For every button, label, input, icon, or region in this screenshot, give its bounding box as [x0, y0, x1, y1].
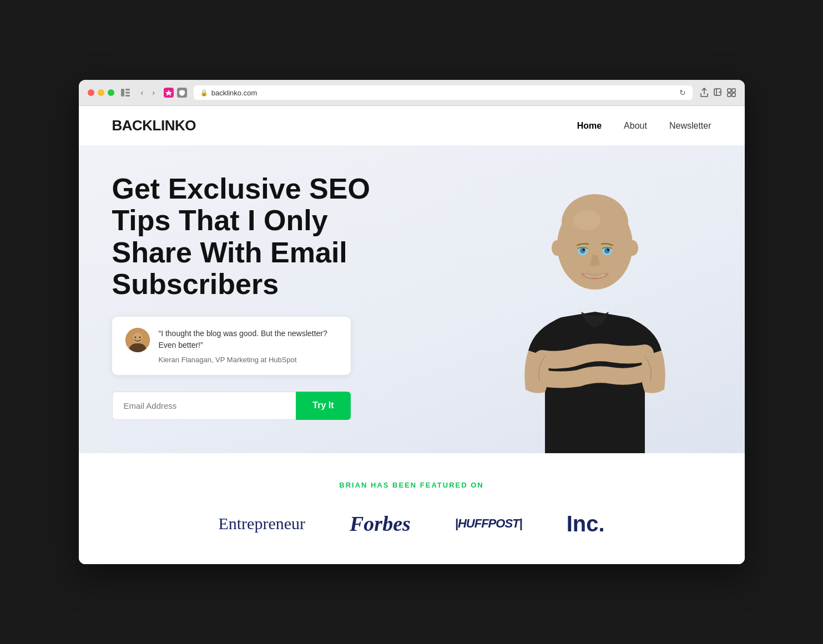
- svg-point-19: [627, 240, 638, 256]
- tab-manager-icon[interactable]: [727, 88, 736, 97]
- avatar: [125, 328, 150, 352]
- featured-label: BRIAN HAS BEEN FEATURED ON: [112, 481, 711, 489]
- svg-point-26: [587, 271, 589, 272]
- featured-section: BRIAN HAS BEEN FEATURED ON Entrepreneur …: [79, 453, 745, 564]
- testimonial-quote: “I thought the blog was good. But the ne…: [159, 328, 337, 351]
- hero-image: [478, 187, 711, 453]
- featured-logos: Entrepreneur Forbes |HUFFPOST| Inc.: [112, 511, 711, 536]
- browser-window: ‹ › 🔒 backlinko.com ↻: [79, 80, 745, 564]
- testimonial-card: “I thought the blog was good. But the ne…: [112, 317, 351, 375]
- maximize-button[interactable]: [108, 89, 114, 96]
- svg-point-27: [600, 271, 603, 272]
- svg-point-18: [552, 240, 563, 256]
- email-input[interactable]: [112, 392, 296, 420]
- reload-button[interactable]: ↻: [679, 88, 686, 97]
- svg-rect-2: [125, 92, 130, 94]
- hero-title: Get Exclusive SEO Tips That I Only Share…: [112, 173, 401, 300]
- lock-icon: 🔒: [200, 89, 208, 97]
- svg-point-25: [607, 249, 609, 251]
- nav-newsletter[interactable]: Newsletter: [669, 121, 711, 130]
- svg-point-17: [573, 210, 600, 230]
- svg-rect-0: [121, 89, 124, 97]
- nav-about[interactable]: About: [624, 121, 647, 130]
- svg-point-13: [139, 336, 140, 338]
- extension-icons: [164, 88, 187, 98]
- email-form: Try It: [112, 392, 351, 420]
- svg-rect-7: [732, 89, 735, 92]
- try-it-button[interactable]: Try It: [296, 392, 350, 420]
- traffic-lights: [88, 89, 114, 96]
- browser-left-icons: [121, 89, 130, 97]
- svg-point-12: [134, 336, 136, 338]
- nav-home[interactable]: Home: [577, 121, 602, 130]
- close-button[interactable]: [88, 89, 94, 96]
- sidebar-toggle-icon[interactable]: [121, 89, 130, 97]
- extension-icon-pink[interactable]: [164, 88, 174, 98]
- svg-point-24: [583, 249, 585, 251]
- person-illustration: [489, 190, 700, 453]
- svg-rect-8: [728, 93, 731, 97]
- hero-content: Get Exclusive SEO Tips That I Only Share…: [112, 173, 401, 453]
- entrepreneur-logo: Entrepreneur: [218, 514, 305, 533]
- address-bar[interactable]: 🔒 backlinko.com ↻: [194, 85, 693, 100]
- new-tab-icon[interactable]: [714, 88, 723, 97]
- forward-button[interactable]: ›: [150, 87, 157, 98]
- share-icon[interactable]: [699, 88, 709, 98]
- forbes-logo: Forbes: [350, 511, 411, 536]
- testimonial-content: “I thought the blog was good. But the ne…: [159, 328, 337, 364]
- svg-marker-4: [165, 90, 172, 96]
- svg-rect-9: [732, 93, 735, 97]
- svg-rect-3: [125, 95, 130, 97]
- inc-logo: Inc.: [567, 511, 605, 536]
- browser-navigation: ‹ ›: [139, 87, 157, 98]
- website-content: BACKLINKО Home About Newsletter Get Excl…: [79, 106, 745, 564]
- huffpost-logo: |HUFFPOST|: [455, 516, 522, 531]
- svg-rect-6: [728, 89, 731, 92]
- browser-chrome: ‹ › 🔒 backlinko.com ↻: [79, 80, 745, 106]
- minimize-button[interactable]: [98, 89, 104, 96]
- nav-links: Home About Newsletter: [577, 121, 711, 131]
- browser-actions: [699, 88, 736, 98]
- hero-section: Get Exclusive SEO Tips That I Only Share…: [79, 145, 745, 453]
- url-text: backlinko.com: [211, 89, 257, 97]
- svg-rect-1: [125, 89, 130, 90]
- back-button[interactable]: ‹: [139, 87, 146, 98]
- testimonial-author: Kieran Flanagan, VP Marketing at HubSpot: [159, 356, 337, 364]
- navbar: BACKLINKО Home About Newsletter: [79, 106, 745, 145]
- svg-point-22: [580, 248, 585, 253]
- site-logo[interactable]: BACKLINKО: [112, 117, 196, 134]
- extension-icon-shield[interactable]: [177, 88, 187, 98]
- svg-point-23: [604, 248, 610, 253]
